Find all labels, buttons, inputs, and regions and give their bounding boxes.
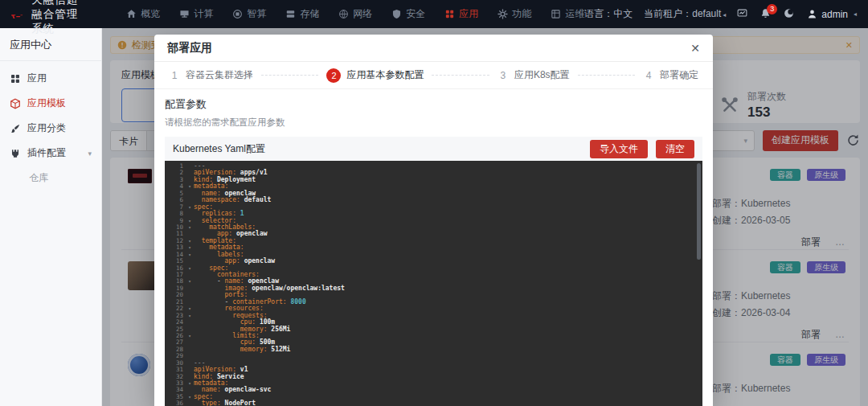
sidebar-item-label: 应用分类 bbox=[27, 121, 66, 135]
step-number: 3 bbox=[497, 70, 509, 81]
clear-button[interactable]: 清空 bbox=[656, 140, 694, 158]
fold-icon bbox=[186, 292, 194, 298]
nav-item-security[interactable]: 安全 bbox=[391, 7, 425, 21]
step-label: 应用K8s配置 bbox=[514, 68, 570, 82]
modal-title: 部署应用 bbox=[167, 41, 212, 55]
code-line: 31apiVersion: v1 bbox=[165, 367, 702, 373]
nav-item-label: 概览 bbox=[141, 7, 160, 21]
import-file-button[interactable]: 导入文件 bbox=[590, 140, 648, 158]
caret-icon: ◂ bbox=[854, 10, 857, 18]
fold-icon bbox=[186, 339, 194, 346]
user-menu[interactable]: admin ◂ bbox=[807, 9, 857, 20]
screen: 天融信超融合管理系统 概览计算智算存储网络安全应用功能运维 语言：中文 当前租户… bbox=[0, 0, 868, 406]
step-label: 应用基本参数配置 bbox=[346, 68, 424, 82]
fold-icon bbox=[186, 326, 194, 333]
editor-scrollbar[interactable] bbox=[697, 163, 701, 260]
fold-icon bbox=[186, 163, 194, 170]
fold-icon bbox=[186, 374, 194, 380]
fold-icon bbox=[186, 197, 194, 203]
fold-icon[interactable]: ▾ bbox=[186, 183, 194, 190]
step-item-3: 3应用K8s配置 bbox=[497, 68, 570, 82]
code-line: 6 namespace: default bbox=[165, 197, 702, 203]
username: admin bbox=[821, 9, 848, 20]
fold-icon bbox=[186, 353, 194, 359]
fold-icon[interactable]: ▾ bbox=[186, 252, 194, 258]
code-text: type: NodePort bbox=[194, 400, 256, 406]
fold-icon[interactable]: ▾ bbox=[186, 265, 194, 272]
fold-icon[interactable]: ▾ bbox=[186, 218, 194, 224]
fold-icon bbox=[186, 360, 194, 367]
deploy-modal: 部署应用 ✕ 1容器云集群选择2应用基本参数配置3应用K8s配置4部署确定 配置… bbox=[154, 35, 713, 406]
gear-icon bbox=[497, 9, 508, 19]
step-item-2: 2应用基本参数配置 bbox=[326, 68, 424, 83]
modal-close-button[interactable]: ✕ bbox=[690, 43, 700, 54]
fold-icon[interactable]: ▾ bbox=[186, 333, 194, 339]
fold-icon[interactable]: ▾ bbox=[186, 278, 194, 285]
code-area: 1---2apiVersion: apps/v13kind: Deploymen… bbox=[165, 161, 702, 406]
nav-item-label: 存储 bbox=[300, 7, 319, 21]
code-line: 32kind: Service bbox=[165, 374, 702, 380]
config-section-title: 配置参数 bbox=[165, 97, 702, 112]
sidebar-item-label: 仓库 bbox=[29, 171, 48, 185]
fold-icon[interactable]: ▾ bbox=[186, 238, 194, 244]
appgrid-icon bbox=[10, 73, 21, 84]
fold-icon[interactable]: ▾ bbox=[186, 313, 194, 319]
theme-toggle-button[interactable] bbox=[784, 8, 796, 20]
fold-icon bbox=[186, 319, 194, 326]
fold-icon[interactable]: ▾ bbox=[186, 394, 194, 400]
sidebar-item-plugin-config[interactable]: 插件配置▾ bbox=[0, 141, 101, 166]
step-label: 容器云集群选择 bbox=[186, 68, 253, 82]
nav-item-storage[interactable]: 存储 bbox=[285, 7, 319, 21]
moon-icon bbox=[784, 8, 794, 18]
brush-icon bbox=[10, 123, 21, 134]
sidebar-item-label: 应用模板 bbox=[27, 96, 66, 110]
fold-icon[interactable]: ▾ bbox=[186, 244, 194, 251]
code-line: 3kind: Deployment bbox=[165, 177, 702, 183]
sidebar-item-apps[interactable]: 应用 bbox=[0, 66, 101, 91]
nav-item-functions[interactable]: 功能 bbox=[497, 7, 531, 21]
nav-item-label: 应用 bbox=[459, 7, 478, 21]
nav-item-label: 网络 bbox=[353, 7, 372, 21]
code-line: 13▾ metadata: bbox=[165, 244, 702, 251]
nav-item-label: 安全 bbox=[406, 7, 425, 21]
fold-icon bbox=[186, 231, 194, 237]
dashboard-icon bbox=[737, 8, 747, 18]
nav-item-label: 运维 bbox=[565, 7, 584, 21]
fold-icon[interactable]: ▾ bbox=[186, 380, 194, 387]
notification-bell-button[interactable]: 3 bbox=[760, 8, 772, 20]
sidebar-item-repository[interactable]: 仓库 bbox=[0, 166, 101, 191]
home-icon bbox=[126, 9, 137, 19]
step-number: 1 bbox=[169, 70, 180, 81]
cube-icon bbox=[10, 98, 21, 109]
nav-item-apps[interactable]: 应用 bbox=[444, 7, 478, 21]
tenant-selector[interactable]: 当前租户：default◂ bbox=[644, 7, 726, 21]
nav-item-network[interactable]: 网络 bbox=[338, 7, 372, 21]
fold-icon bbox=[186, 387, 194, 393]
config-section-subtitle: 请根据您的需求配置应用参数 bbox=[165, 117, 702, 129]
nav-item-ai[interactable]: 智算 bbox=[232, 7, 266, 21]
code-line: 29 bbox=[165, 353, 702, 359]
language-label[interactable]: 语言：中文 bbox=[584, 7, 633, 21]
nav-item-compute[interactable]: 计算 bbox=[179, 7, 213, 21]
fold-icon bbox=[186, 367, 194, 373]
appgrid-icon bbox=[444, 9, 455, 19]
fold-icon[interactable]: ▾ bbox=[186, 306, 194, 312]
sidebar-item-app-categories[interactable]: 应用分类 bbox=[0, 116, 101, 141]
fold-icon[interactable]: ▾ bbox=[186, 224, 194, 231]
fold-icon bbox=[186, 211, 194, 217]
fold-icon[interactable]: ▾ bbox=[186, 204, 194, 211]
nav-item-ops[interactable]: 运维 bbox=[551, 7, 584, 21]
dashboard-icon-button[interactable] bbox=[737, 8, 749, 20]
brand: 天融信超融合管理系统 bbox=[11, 0, 84, 36]
topbar: 天融信超融合管理系统 概览计算智算存储网络安全应用功能运维 语言：中文 当前租户… bbox=[0, 0, 868, 28]
modal-header: 部署应用 ✕ bbox=[154, 35, 713, 62]
yaml-editor[interactable]: 1---2apiVersion: apps/v13kind: Deploymen… bbox=[165, 161, 702, 406]
step-connector bbox=[432, 75, 489, 76]
fold-icon bbox=[186, 285, 194, 292]
nav-item-label: 计算 bbox=[194, 7, 213, 21]
sidebar-item-app-templates[interactable]: 应用模板 bbox=[0, 91, 101, 116]
step-connector bbox=[261, 75, 318, 76]
nav-item-overview[interactable]: 概览 bbox=[126, 7, 160, 21]
code-line: 15 app: openclaw bbox=[165, 258, 702, 265]
top-nav: 概览计算智算存储网络安全应用功能运维 bbox=[126, 7, 584, 21]
